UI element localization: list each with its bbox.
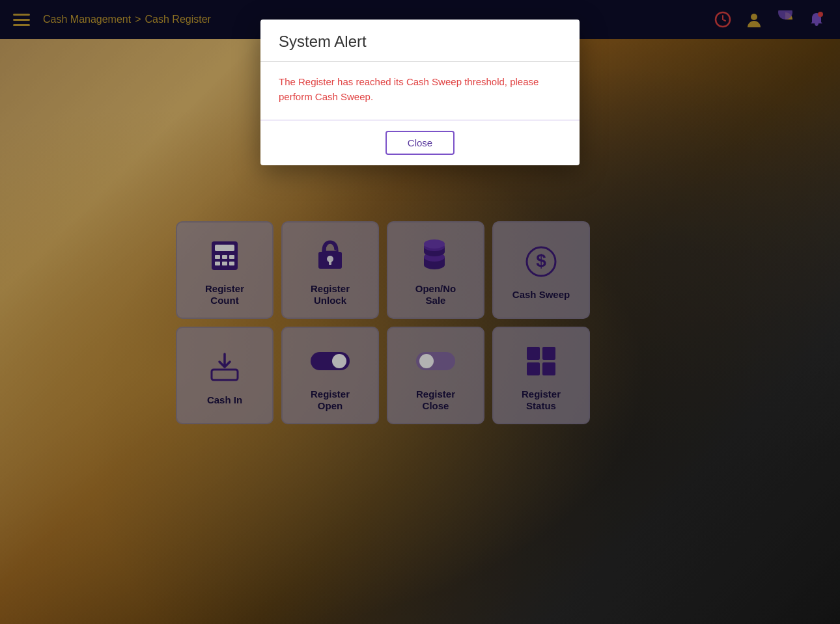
modal-message: The Register has reached its Cash Sweep …	[279, 75, 561, 104]
modal-overlay: System Alert The Register has reached it…	[0, 0, 840, 624]
modal-title: System Alert	[279, 33, 561, 51]
close-button[interactable]: Close	[385, 131, 455, 155]
modal-header: System Alert	[260, 20, 580, 62]
system-alert-modal: System Alert The Register has reached it…	[260, 20, 580, 165]
modal-footer: Close	[260, 120, 580, 165]
modal-body: The Register has reached its Cash Sweep …	[260, 62, 580, 120]
